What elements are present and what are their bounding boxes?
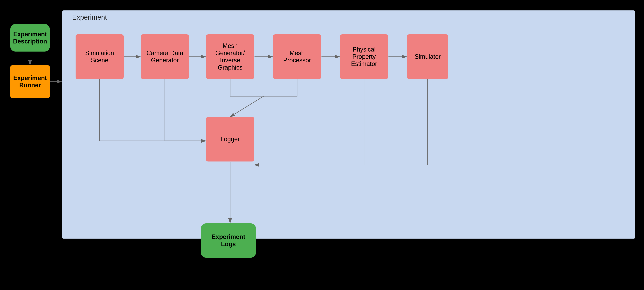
experiment-label: Experiment xyxy=(72,14,107,21)
physical-property-estimator-block: Physical Property Estimator xyxy=(340,34,388,79)
camera-data-generator-block: Camera Data Generator xyxy=(141,34,189,79)
experiment-description-node: Experiment Description xyxy=(10,24,50,52)
mesh-generator-block: Mesh Generator/ Inverse Graphics xyxy=(206,34,254,79)
logger-block: Logger xyxy=(206,117,254,162)
experiment-logs-node: Experiment Logs xyxy=(201,223,256,258)
experiment-runner-node: Experiment Runner xyxy=(10,65,50,98)
simulator-block: Simulator xyxy=(407,34,448,79)
mesh-processor-block: Mesh Processor xyxy=(273,34,321,79)
simulation-scene-block: Simulation Scene xyxy=(76,34,124,79)
diagram-area: Experiment Description Experiment Runner… xyxy=(0,0,644,290)
